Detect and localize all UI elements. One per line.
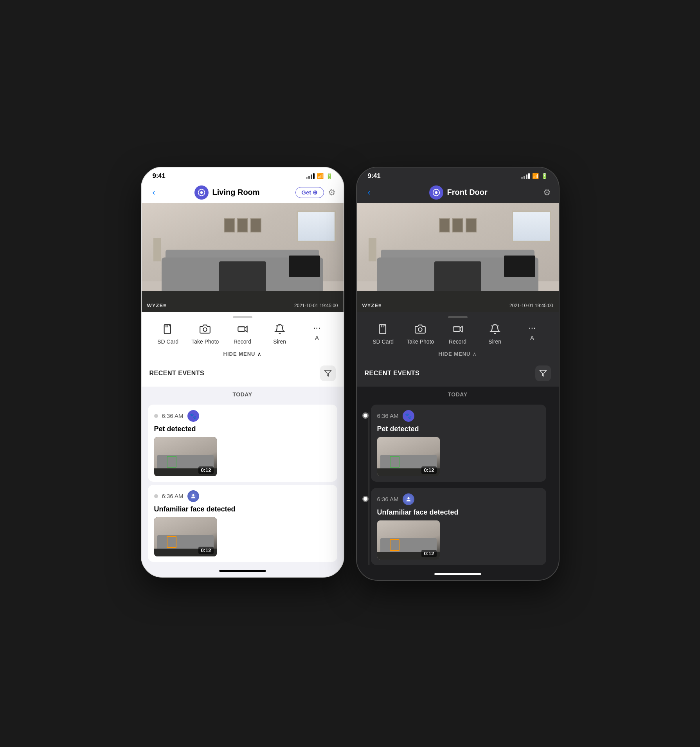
svg-rect-15	[453, 327, 460, 331]
svg-point-17	[407, 497, 409, 499]
siren-label-left: Siren	[273, 338, 286, 345]
take-photo-button-right[interactable]: Take Photo	[402, 324, 439, 345]
event-time-pet-left: 6:36 AM	[162, 412, 184, 419]
chevron-up-icon-left: ∧	[257, 351, 261, 357]
event-duration-pet-right: 0:12	[421, 466, 436, 474]
scene-tv-left	[289, 256, 320, 277]
hide-menu-text-left: HIDE MENU	[223, 351, 256, 357]
settings-button-left[interactable]: ⚙	[328, 187, 336, 198]
get-button-left[interactable]: Get ⊕	[295, 187, 324, 198]
chevron-up-icon-right: ∧	[473, 351, 477, 357]
scene-floor-right	[357, 291, 559, 312]
events-list-left[interactable]: TODAY 6:36 AM 🐾 Pet detected	[142, 387, 344, 577]
more-icon-right: ···	[529, 324, 536, 332]
events-list-right[interactable]: TODAY 6:36 AM 🐾 Pet detected	[357, 387, 559, 580]
hide-menu-left[interactable]: HIDE MENU ∧	[142, 348, 344, 360]
event-item-face-right[interactable]: 6:36 AM Unfamiliar face detected	[363, 488, 552, 565]
phone-living-room: 9:41 📶 🔋 ‹	[141, 167, 344, 578]
scroll-bar-right	[434, 573, 481, 575]
event-header-face-left: 6:36 AM	[154, 490, 331, 502]
sd-card-button-right[interactable]: SD Card	[365, 324, 402, 345]
back-button-left[interactable]: ‹	[149, 186, 158, 199]
camera-feed-right[interactable]: WYZE≡ 2021-10-01 19:45:00	[357, 203, 559, 312]
recent-events-header-right: RECENT EVENTS	[357, 360, 559, 387]
event-badge-face-right	[403, 493, 414, 505]
drag-pill-right	[448, 316, 468, 318]
event-thumbnail-face-left[interactable]: 0:12	[154, 517, 217, 556]
settings-button-right[interactable]: ⚙	[543, 187, 551, 198]
event-duration-pet-left: 0:12	[198, 466, 213, 474]
header-nav-right: ‹ Front Door ⚙	[357, 182, 559, 203]
scene-tv-right	[504, 256, 535, 277]
svg-point-0	[200, 191, 203, 194]
scene-floor-left	[142, 291, 344, 312]
sd-card-button-left[interactable]: SD Card	[149, 324, 187, 345]
scroll-bar-left	[219, 570, 266, 572]
sd-card-icon-left	[162, 324, 173, 336]
action-buttons-right: SD Card Take Photo	[357, 320, 559, 348]
today-label-right: TODAY	[357, 387, 559, 401]
siren-button-right[interactable]: Siren	[476, 324, 513, 345]
nav-right-left: Get ⊕ ⚙	[295, 187, 335, 198]
drag-handle-left[interactable]	[142, 312, 344, 320]
scene-pictures-right	[439, 218, 477, 232]
event-duration-face-left: 0:12	[198, 547, 213, 554]
status-bar-left: 9:41 📶 🔋	[142, 167, 344, 182]
record-icon-right	[452, 324, 463, 336]
back-button-right[interactable]: ‹	[365, 186, 374, 199]
record-button-left[interactable]: Record	[224, 324, 261, 345]
timeline-dot-face-right	[362, 496, 369, 502]
event-thumbnail-pet-left[interactable]: 0:12	[154, 437, 217, 476]
event-dot-pet-left	[154, 414, 158, 418]
take-photo-button-left[interactable]: Take Photo	[187, 324, 224, 345]
more-button-right[interactable]: ··· A	[513, 324, 551, 345]
camera-scene-left: WYZE≡ 2021-10-01 19:45:00	[142, 203, 344, 312]
nav-title-area-left: Living Room	[158, 185, 295, 200]
more-label-right: A	[530, 335, 534, 341]
siren-icon-left	[274, 324, 285, 336]
hide-menu-right[interactable]: HIDE MENU ∧	[357, 348, 559, 360]
status-icons-right: 📶 🔋	[521, 173, 548, 179]
event-thumbnail-face-right[interactable]: 0:12	[377, 520, 440, 560]
siren-button-left[interactable]: Siren	[261, 324, 298, 345]
timestamp-right: 2021-10-01 19:45:00	[509, 303, 553, 308]
status-time-right: 9:41	[368, 172, 381, 180]
event-time-face-left: 6:36 AM	[162, 493, 184, 499]
event-thumbnail-pet-right[interactable]: 0:12	[377, 437, 440, 476]
filter-button-left[interactable]	[320, 365, 336, 381]
more-label-left: A	[315, 335, 319, 341]
scene-lamp-left	[153, 238, 161, 261]
scene-fireplace-right	[434, 261, 481, 293]
filter-button-right[interactable]	[535, 365, 551, 381]
siren-label-right: Siren	[488, 338, 501, 345]
record-button-right[interactable]: Record	[439, 324, 476, 345]
signal-icon-right	[521, 173, 530, 179]
today-label-left: TODAY	[142, 387, 344, 401]
svg-point-14	[419, 328, 422, 331]
event-header-pet-right: 6:36 AM 🐾	[377, 410, 540, 422]
event-card-pet-right[interactable]: 6:36 AM 🐾 Pet detected 0:12	[371, 405, 546, 482]
scene-fireplace-left	[219, 261, 266, 293]
scroll-indicator-left	[142, 565, 344, 577]
event-item-pet-right[interactable]: 6:36 AM 🐾 Pet detected 0:12	[363, 405, 552, 482]
camera-avatar-left	[194, 185, 209, 200]
event-dot-face-left	[154, 494, 158, 498]
event-card-face-right[interactable]: 6:36 AM Unfamiliar face detected	[371, 488, 546, 565]
event-header-face-right: 6:36 AM	[377, 493, 540, 505]
event-badge-pet-left: 🐾	[187, 410, 199, 422]
event-title-face-right: Unfamiliar face detected	[377, 508, 540, 517]
event-badge-pet-right: 🐾	[403, 410, 414, 422]
more-button-left[interactable]: ··· A	[298, 324, 335, 345]
action-buttons-left: SD Card Take Photo	[142, 320, 344, 348]
camera-feed-left[interactable]: WYZE≡ 2021-10-01 19:45:00	[142, 203, 344, 312]
scene-window-right	[512, 211, 551, 242]
event-card-pet-left[interactable]: 6:36 AM 🐾 Pet detected 0:12	[148, 405, 337, 482]
sd-card-label-right: SD Card	[372, 338, 394, 345]
status-bar-right: 9:41 📶 🔋	[357, 167, 559, 182]
nav-title-right: Front Door	[447, 188, 488, 197]
scroll-indicator-right	[357, 568, 559, 580]
event-card-face-left[interactable]: 6:36 AM Unfamiliar face detected	[148, 485, 337, 562]
drag-handle-right[interactable]	[357, 312, 559, 320]
header-nav-left: ‹ Living Room Get ⊕ ⚙	[142, 182, 344, 203]
camera-avatar-right	[429, 185, 443, 200]
